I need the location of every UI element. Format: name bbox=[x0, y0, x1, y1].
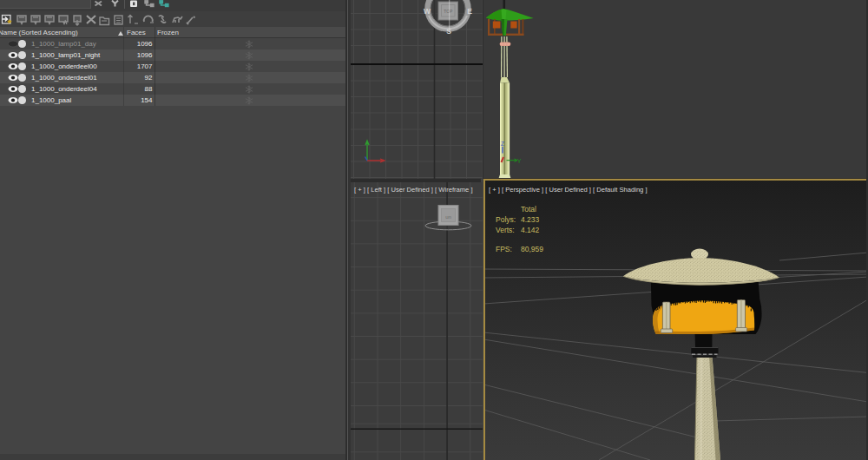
svg-text:un: un bbox=[445, 214, 451, 220]
svg-text:Y: Y bbox=[517, 158, 522, 164]
svg-text:W: W bbox=[424, 7, 431, 16]
svg-text:Z: Z bbox=[501, 141, 504, 147]
svg-text:E: E bbox=[467, 7, 472, 16]
svg-text:S: S bbox=[446, 27, 451, 36]
svg-text:TOP: TOP bbox=[444, 9, 453, 14]
